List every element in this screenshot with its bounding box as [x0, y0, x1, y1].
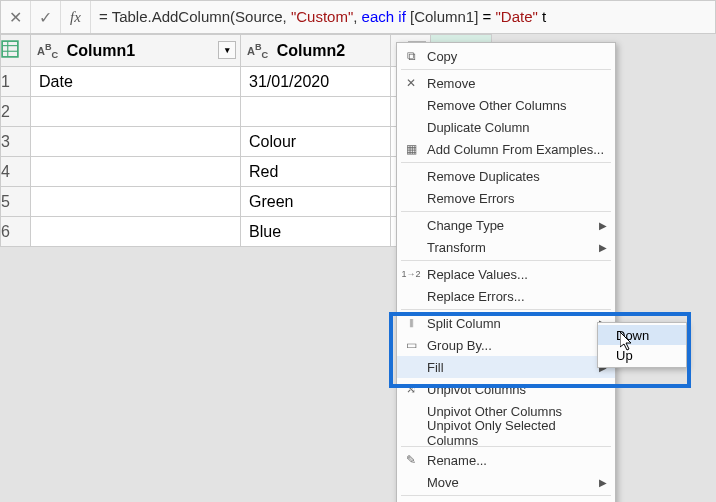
- column-name: Column1: [67, 42, 135, 59]
- menu-add-column-from-examples[interactable]: ▦Add Column From Examples...: [397, 138, 615, 160]
- cell[interactable]: Red: [241, 157, 391, 187]
- cell[interactable]: Colour: [241, 127, 391, 157]
- column-filter-dropdown[interactable]: ▾: [218, 41, 236, 59]
- group-icon: ▭: [403, 337, 419, 353]
- rename-icon: ✎: [403, 452, 419, 468]
- menu-separator: [401, 260, 611, 261]
- cell[interactable]: [241, 97, 391, 127]
- cell[interactable]: [31, 187, 241, 217]
- menu-transform[interactable]: Transform▶: [397, 236, 615, 258]
- menu-unpivot-columns[interactable]: ⤭Unpivot Columns: [397, 378, 615, 400]
- column-name: Column2: [277, 42, 345, 59]
- type-text-icon: ABC: [37, 42, 58, 60]
- cell[interactable]: Green: [241, 187, 391, 217]
- row-header[interactable]: 1: [1, 67, 31, 97]
- menu-fill[interactable]: Fill▶: [397, 356, 615, 378]
- cancel-formula-button[interactable]: ✕: [1, 1, 31, 33]
- menu-move[interactable]: Move▶: [397, 471, 615, 493]
- unpivot-icon: ⤭: [403, 381, 419, 397]
- column-context-menu: ⧉Copy ✕Remove Remove Other Columns Dupli…: [396, 42, 616, 502]
- row-header[interactable]: 5: [1, 187, 31, 217]
- cell[interactable]: Date: [31, 67, 241, 97]
- cell[interactable]: [31, 157, 241, 187]
- formula-eq: =: [99, 8, 112, 25]
- menu-separator: [401, 69, 611, 70]
- menu-copy[interactable]: ⧉Copy: [397, 45, 615, 67]
- fill-submenu: Down Up: [597, 322, 687, 368]
- submenu-fill-down[interactable]: Down: [598, 325, 686, 345]
- cell[interactable]: [31, 127, 241, 157]
- menu-split-column[interactable]: ⦀Split Column▶: [397, 312, 615, 334]
- menu-replace-errors[interactable]: Replace Errors...: [397, 285, 615, 307]
- split-icon: ⦀: [403, 315, 419, 331]
- formula-input[interactable]: = Table.AddColumn(Source, "Custom", each…: [91, 8, 715, 26]
- menu-unpivot-only-selected[interactable]: Unpivot Only Selected Columns: [397, 422, 615, 444]
- menu-remove-other-columns[interactable]: Remove Other Columns: [397, 94, 615, 116]
- column-header-column2[interactable]: ABC Column2: [241, 35, 391, 67]
- row-header[interactable]: 2: [1, 97, 31, 127]
- menu-rename[interactable]: ✎Rename...: [397, 449, 615, 471]
- formula-bar: ✕ ✓ fx = Table.AddColumn(Source, "Custom…: [0, 0, 716, 34]
- cell[interactable]: 31/01/2020: [241, 67, 391, 97]
- row-header[interactable]: 3: [1, 127, 31, 157]
- menu-group-by[interactable]: ▭Group By...: [397, 334, 615, 356]
- cell[interactable]: [31, 217, 241, 247]
- chevron-right-icon: ▶: [599, 477, 607, 488]
- replace-icon: 1→2: [403, 266, 419, 282]
- select-all-corner[interactable]: [1, 35, 31, 67]
- menu-separator: [401, 211, 611, 212]
- menu-change-type[interactable]: Change Type▶: [397, 214, 615, 236]
- chevron-right-icon: ▶: [599, 220, 607, 231]
- menu-replace-values[interactable]: 1→2Replace Values...: [397, 263, 615, 285]
- row-header[interactable]: 6: [1, 217, 31, 247]
- menu-separator: [401, 162, 611, 163]
- submenu-fill-up[interactable]: Up: [598, 345, 686, 365]
- formula-fn: Table.AddColumn: [112, 8, 230, 25]
- chevron-right-icon: ▶: [599, 242, 607, 253]
- menu-drill-down[interactable]: Drill Down: [397, 498, 615, 502]
- menu-separator: [401, 309, 611, 310]
- table-icon: [1, 40, 19, 58]
- menu-remove-duplicates[interactable]: Remove Duplicates: [397, 165, 615, 187]
- cell[interactable]: Blue: [241, 217, 391, 247]
- accept-formula-button[interactable]: ✓: [31, 1, 61, 33]
- type-text-icon: ABC: [247, 42, 268, 60]
- examples-icon: ▦: [403, 141, 419, 157]
- menu-remove[interactable]: ✕Remove: [397, 72, 615, 94]
- svg-rect-0: [2, 41, 18, 57]
- remove-icon: ✕: [403, 75, 419, 91]
- cell[interactable]: [31, 97, 241, 127]
- menu-remove-errors[interactable]: Remove Errors: [397, 187, 615, 209]
- menu-duplicate-column[interactable]: Duplicate Column: [397, 116, 615, 138]
- row-header[interactable]: 4: [1, 157, 31, 187]
- copy-icon: ⧉: [403, 48, 419, 64]
- column-header-column1[interactable]: ABC Column1 ▾: [31, 35, 241, 67]
- fx-icon[interactable]: fx: [61, 1, 91, 33]
- menu-separator: [401, 495, 611, 496]
